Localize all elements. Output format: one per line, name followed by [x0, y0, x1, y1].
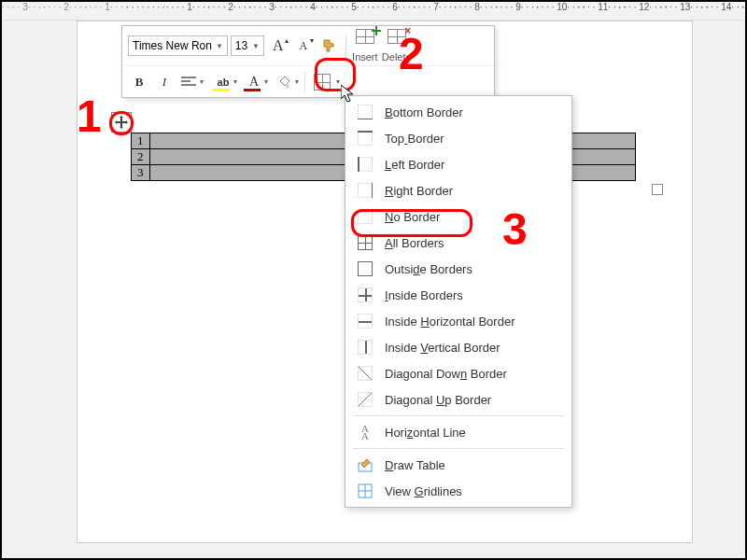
menu-item-iv[interactable]: Inside Vertical Border	[345, 334, 571, 360]
inside-border-icon	[357, 287, 374, 303]
menu-item-label: No Border	[385, 210, 440, 224]
svg-line-0	[359, 367, 372, 380]
delete-label: Delete	[382, 51, 412, 63]
outside-border-icon	[357, 260, 374, 277]
menu-item-grid[interactable]: View Gridlines	[345, 478, 571, 504]
all-border-icon	[357, 234, 374, 251]
bold-button[interactable]: B	[128, 71, 150, 93]
menu-item-left[interactable]: Left Border	[345, 151, 571, 177]
align-button[interactable]: ▾	[178, 71, 206, 93]
menu-item-label: All Borders	[385, 236, 444, 250]
menu-item-label: Diagonal Down Border	[385, 367, 507, 381]
right-border-icon	[357, 182, 374, 199]
iv-border-icon	[357, 339, 374, 356]
menu-item-top[interactable]: Top Border	[345, 125, 571, 151]
shrink-font-button[interactable]: A▾	[292, 35, 315, 57]
menu-separator	[353, 448, 564, 449]
menu-item-label: Right Border	[385, 184, 453, 198]
menu-item-label: Draw Table	[385, 458, 445, 472]
italic-button[interactable]: I	[153, 71, 176, 93]
menu-item-hz[interactable]: AA Horizontal Line	[345, 419, 571, 445]
menu-item-inside[interactable]: Inside Borders	[345, 282, 571, 308]
font-size-value: 13	[235, 39, 247, 52]
row-number: 1	[132, 133, 150, 149]
left-border-icon	[357, 156, 374, 173]
menu-item-label: Horizontal Line	[385, 426, 466, 440]
hz-border-icon: AA	[357, 424, 374, 441]
shading-button[interactable]: ▾	[271, 71, 299, 93]
menu-item-label: Inside Horizontal Border	[385, 315, 514, 329]
menu-item-outside[interactable]: Outside Borders	[345, 256, 571, 282]
chevron-down-icon: ▾	[264, 77, 268, 86]
chevron-down-icon: ▼	[216, 42, 223, 50]
menu-item-all[interactable]: All Borders	[345, 230, 571, 256]
draw-border-icon	[357, 456, 374, 473]
font-color-button[interactable]: A ▾	[240, 71, 268, 93]
delete-table-button[interactable]: × Delete	[382, 29, 412, 63]
grid-border-icon	[357, 483, 374, 499]
menu-item-label: Left Border	[385, 158, 444, 172]
insert-label: Insert	[352, 51, 378, 63]
menu-item-label: Inside Vertical Border	[385, 341, 500, 355]
svg-line-1	[359, 393, 372, 406]
borders-dropdown-button[interactable]: ▾	[311, 71, 343, 93]
dd-border-icon	[357, 365, 374, 382]
menu-item-label: Bottom Border	[385, 105, 463, 119]
menu-item-label: View Gridlines	[385, 484, 462, 498]
bottom-border-icon	[357, 104, 374, 120]
none-border-icon	[357, 208, 374, 225]
menu-item-right[interactable]: Right Border	[345, 177, 571, 203]
chevron-down-icon: ▾	[295, 77, 299, 86]
row-number: 2	[132, 149, 150, 165]
menu-item-ih[interactable]: Inside Horizontal Border	[345, 308, 571, 334]
menu-item-label: Outside Borders	[385, 262, 472, 276]
ih-border-icon	[357, 313, 374, 329]
menu-item-label: Inside Borders	[385, 288, 463, 302]
top-border-icon	[357, 130, 374, 147]
chevron-down-icon: ▾	[233, 77, 237, 86]
format-painter-button[interactable]	[317, 35, 340, 57]
menu-item-du[interactable]: Diagonal Up Border	[345, 386, 571, 413]
chevron-down-icon: ▾	[200, 77, 204, 86]
chevron-down-icon: ▾	[336, 77, 340, 86]
insert-table-button[interactable]: Insert	[352, 29, 378, 63]
row-number: 3	[132, 165, 150, 181]
highlight-color-button[interactable]: ab ▾	[209, 71, 237, 93]
font-name-selector[interactable]: Times New Ron ▼	[128, 35, 228, 56]
menu-item-label: Diagonal Up Border	[385, 393, 491, 407]
borders-menu: Bottom Border Top Border Left Border Rig…	[345, 95, 572, 508]
menu-item-none[interactable]: No Border	[345, 203, 571, 230]
table-resize-handle[interactable]	[652, 184, 663, 195]
menu-separator	[353, 415, 564, 416]
grow-font-button[interactable]: A▴	[267, 35, 289, 57]
horizontal-ruler[interactable]: · · · · 3· · · · · · · · 2· · · · · · · …	[2, 2, 745, 21]
menu-item-bottom[interactable]: Bottom Border	[345, 99, 571, 125]
chevron-down-icon: ▼	[252, 42, 260, 50]
mini-toolbar: Times New Ron ▼ 13 ▼ A▴ A▾ Insert × Dele…	[121, 25, 495, 98]
menu-item-dd[interactable]: Diagonal Down Border	[345, 360, 571, 386]
du-border-icon	[357, 391, 374, 408]
menu-item-draw[interactable]: Draw Table	[345, 452, 571, 478]
font-size-selector[interactable]: 13 ▼	[231, 35, 264, 56]
menu-item-label: Top Border	[385, 132, 444, 146]
font-name-value: Times New Ron	[133, 39, 212, 52]
table-move-handle[interactable]	[111, 112, 132, 133]
